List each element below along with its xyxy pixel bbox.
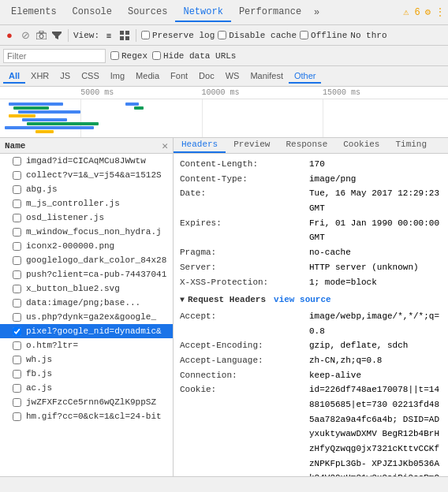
file-name: abg.js	[26, 184, 58, 194]
type-btn-xhr[interactable]: XHR	[25, 69, 54, 84]
file-item[interactable]: collect?v=1&_v=j54&a=1512S	[0, 168, 173, 182]
file-checkbox[interactable]	[13, 157, 21, 166]
file-checkbox[interactable]	[13, 270, 21, 279]
regex-checkbox[interactable]	[110, 51, 119, 60]
file-item[interactable]: osd_listener.js	[0, 211, 173, 225]
view-grid-button[interactable]	[118, 29, 131, 42]
offline-checkbox-group[interactable]: Offline	[300, 31, 347, 40]
response-header-row: Content-Type:image/png	[180, 172, 442, 187]
file-item[interactable]: jwZFXFzcCe5rnn6wQZlK9ppSZ	[0, 395, 173, 409]
file-item[interactable]: push?client=ca-pub-74437041	[0, 267, 173, 281]
svg-rect-4	[125, 31, 129, 35]
type-btn-other[interactable]: Other	[289, 69, 322, 84]
type-btn-css[interactable]: CSS	[76, 69, 105, 84]
camera-button[interactable]	[35, 29, 47, 42]
file-checkbox[interactable]	[13, 356, 21, 364]
timeline-mark-15000: 15000 ms	[323, 88, 360, 97]
file-item[interactable]: fb.js	[0, 367, 173, 381]
header-value: Tue, 16 May 2017 12:29:23 GMT	[309, 186, 442, 215]
view-list-button[interactable]: ≡	[103, 29, 115, 42]
file-item[interactable]: data:image/png;base...	[0, 296, 173, 310]
file-item[interactable]: hm.gif?cc=0&ck=1&cl=24-bit	[0, 409, 173, 423]
header-key: Server:	[180, 260, 306, 275]
tab-network[interactable]: Network	[175, 3, 230, 22]
filter-input[interactable]	[3, 49, 106, 63]
file-item[interactable]: wh.js	[0, 352, 173, 367]
file-name: ac.js	[26, 383, 52, 393]
request-headers-arrow: ▼	[180, 293, 185, 307]
more-icon[interactable]: ⋮	[435, 6, 445, 18]
file-checkbox[interactable]	[13, 327, 21, 336]
file-checkbox[interactable]	[13, 228, 21, 237]
close-panel-button[interactable]: ✕	[162, 140, 168, 152]
filter-button[interactable]	[50, 29, 63, 42]
request-header-row: Accept-Language:zh-CN,zh;q=0.8	[180, 353, 442, 368]
hide-data-urls-checkbox[interactable]	[152, 51, 161, 60]
details-tab-headers[interactable]: Headers	[174, 138, 226, 153]
type-btn-img[interactable]: Img	[105, 69, 130, 84]
regex-checkbox-group[interactable]: Regex	[110, 51, 147, 61]
file-checkbox[interactable]	[13, 285, 21, 293]
file-item[interactable]: x_button_blue2.svg	[0, 281, 173, 296]
disable-cache-checkbox-group[interactable]: Disable cache	[218, 31, 297, 40]
stop-button[interactable]: ⊘	[19, 29, 32, 42]
warning-badge: ⚠ 6	[403, 6, 420, 18]
record-button[interactable]: ●	[3, 29, 16, 42]
type-btn-media[interactable]: Media	[130, 69, 165, 84]
details-content: Content-Length:170Content-Type:image/png…	[174, 154, 448, 476]
tab-sources[interactable]: Sources	[120, 3, 175, 22]
file-name: us.php?dynk=ga2ex&google_	[26, 312, 156, 322]
file-checkbox[interactable]	[13, 185, 21, 194]
type-btn-all[interactable]: All	[3, 69, 25, 84]
file-item[interactable]: imgad?id=CICAqMCu8JWwtw	[0, 154, 173, 168]
type-btn-font[interactable]: Font	[165, 69, 193, 84]
tab-more-button[interactable]: »	[309, 4, 324, 21]
file-checkbox[interactable]	[13, 214, 21, 222]
file-checkbox[interactable]	[13, 256, 21, 265]
file-item[interactable]: googlelogo_dark_color_84x28	[0, 253, 173, 267]
tab-performance[interactable]: Performance	[231, 3, 309, 22]
type-filter-row: All XHR JS CSS Img Media Font Doc WS Man…	[0, 66, 448, 87]
type-btn-doc[interactable]: Doc	[193, 69, 220, 84]
details-tab-response[interactable]: Response	[278, 138, 335, 153]
file-checkbox[interactable]	[13, 341, 21, 350]
tab-console[interactable]: Console	[65, 3, 120, 22]
file-item[interactable]: o.htm?ltr=	[0, 338, 173, 352]
details-tab-cookies[interactable]: Cookies	[335, 138, 387, 153]
preserve-log-checkbox-group[interactable]: Preserve log	[141, 31, 215, 40]
hide-data-urls-checkbox-group[interactable]: Hide data URLs	[152, 51, 236, 61]
file-item[interactable]: us.php?dynk=ga2ex&google_	[0, 310, 173, 324]
file-checkbox[interactable]	[13, 199, 21, 208]
settings-icon[interactable]: ⚙	[425, 6, 431, 18]
file-checkbox[interactable]	[13, 398, 21, 407]
net-bar-8	[35, 130, 54, 133]
file-item[interactable]: pixel?google_nid=dynadmic&	[0, 324, 173, 338]
type-btn-ws[interactable]: WS	[220, 69, 245, 84]
file-checkbox[interactable]	[13, 370, 21, 378]
file-item[interactable]: m_window_focus_non_hydra.j	[0, 225, 173, 239]
request-headers-title: Request Headers	[188, 293, 266, 308]
tab-elements[interactable]: Elements	[3, 3, 65, 22]
file-item[interactable]: abg.js	[0, 182, 173, 196]
request-headers-section-header[interactable]: ▼ Request Headers view source	[180, 293, 442, 308]
type-btn-js[interactable]: JS	[54, 69, 76, 84]
offline-checkbox[interactable]	[300, 31, 308, 39]
file-checkbox[interactable]	[13, 384, 21, 393]
top-tab-bar: Elements Console Sources Network Perform…	[0, 0, 448, 25]
preserve-log-checkbox[interactable]	[141, 31, 150, 39]
file-checkbox[interactable]	[13, 171, 21, 180]
file-checkbox[interactable]	[13, 299, 21, 308]
view-source-link[interactable]: view source	[274, 293, 331, 308]
disable-cache-checkbox[interactable]	[218, 31, 226, 39]
file-checkbox[interactable]	[13, 313, 21, 322]
details-tab-timing[interactable]: Timing	[387, 138, 435, 153]
details-tabs: Headers Preview Response Cookies Timing	[174, 138, 448, 154]
file-checkbox[interactable]	[13, 412, 21, 421]
file-checkbox[interactable]	[13, 242, 21, 251]
details-tab-preview[interactable]: Preview	[226, 138, 278, 153]
file-item[interactable]: ac.js	[0, 381, 173, 395]
net-bar-10	[134, 106, 143, 110]
file-item[interactable]: m_js_controller.js	[0, 196, 173, 211]
file-item[interactable]: iconx2-000000.png	[0, 239, 173, 253]
type-btn-manifest[interactable]: Manifest	[245, 69, 289, 84]
